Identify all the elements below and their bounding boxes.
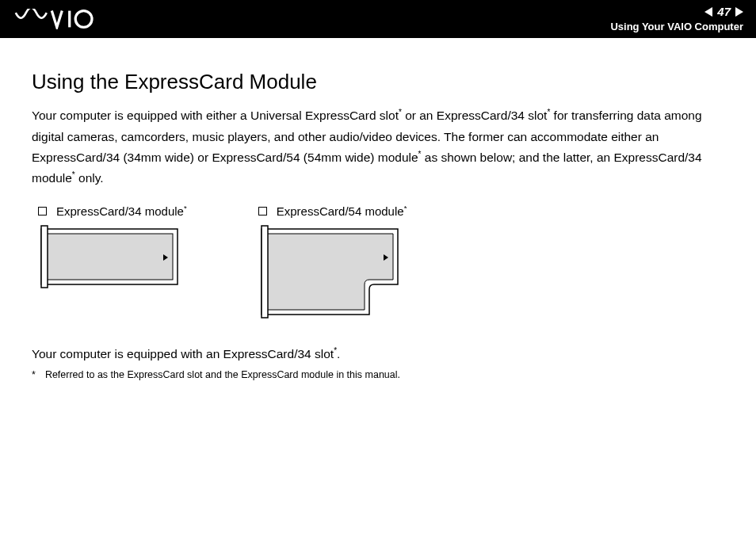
- svg-rect-3: [46, 234, 173, 280]
- footnote-marker: *: [32, 369, 36, 380]
- module-54-block: ExpressCard/54 module*: [258, 204, 425, 327]
- footnote-ref-icon: *: [184, 204, 187, 212]
- next-page-arrow-icon[interactable]: [735, 7, 743, 17]
- intro-text-5: only.: [75, 172, 104, 185]
- expresscard-54-diagram: [258, 224, 425, 327]
- intro-paragraph: Your computer is equipped with either a …: [32, 105, 724, 189]
- module-54-label: ExpressCard/54 module*: [277, 204, 407, 218]
- module-34-label-text: ExpressCard/34 module: [56, 204, 184, 218]
- footnote: * Referred to as the ExpressCard slot an…: [32, 369, 724, 380]
- section-title: Using the ExpressCard Module: [32, 70, 724, 94]
- vaio-logo: [10, 0, 113, 38]
- module-34-label-row: ExpressCard/34 module*: [38, 204, 187, 218]
- bullet-square-icon: [258, 207, 267, 216]
- equipped-text: Your computer is equipped with an Expres…: [32, 346, 724, 361]
- page-navigation: 47: [610, 3, 743, 20]
- intro-text-2: or an ExpressCard/34 slot: [402, 109, 548, 122]
- equipped-text-2: .: [337, 347, 340, 360]
- prev-page-arrow-icon[interactable]: [704, 7, 712, 17]
- equipped-text-1: Your computer is equipped with an Expres…: [32, 347, 334, 360]
- bullet-square-icon: [38, 207, 47, 216]
- module-54-label-row: ExpressCard/54 module*: [258, 204, 425, 218]
- intro-text-1: Your computer is equipped with either a …: [32, 109, 399, 122]
- svg-rect-0: [68, 11, 71, 28]
- module-34-label: ExpressCard/34 module*: [56, 204, 187, 218]
- svg-rect-5: [262, 226, 268, 318]
- page-number: 47: [717, 3, 731, 20]
- header-bar: 47 Using Your VAIO Computer: [0, 0, 756, 38]
- svg-rect-4: [41, 226, 48, 288]
- svg-point-1: [75, 11, 92, 28]
- module-34-block: ExpressCard/34 module*: [38, 204, 187, 296]
- header-subtitle: Using Your VAIO Computer: [610, 20, 743, 34]
- modules-row: ExpressCard/34 module* ExpressCard/54 mo…: [38, 204, 724, 327]
- expresscard-34-diagram: [38, 224, 181, 296]
- footnote-ref-icon: *: [404, 204, 407, 212]
- footnote-text: Referred to as the ExpressCard slot and …: [45, 369, 400, 380]
- content-area: Using the ExpressCard Module Your comput…: [0, 38, 756, 396]
- header-right: 47 Using Your VAIO Computer: [610, 3, 743, 34]
- module-54-label-text: ExpressCard/54 module: [277, 204, 404, 218]
